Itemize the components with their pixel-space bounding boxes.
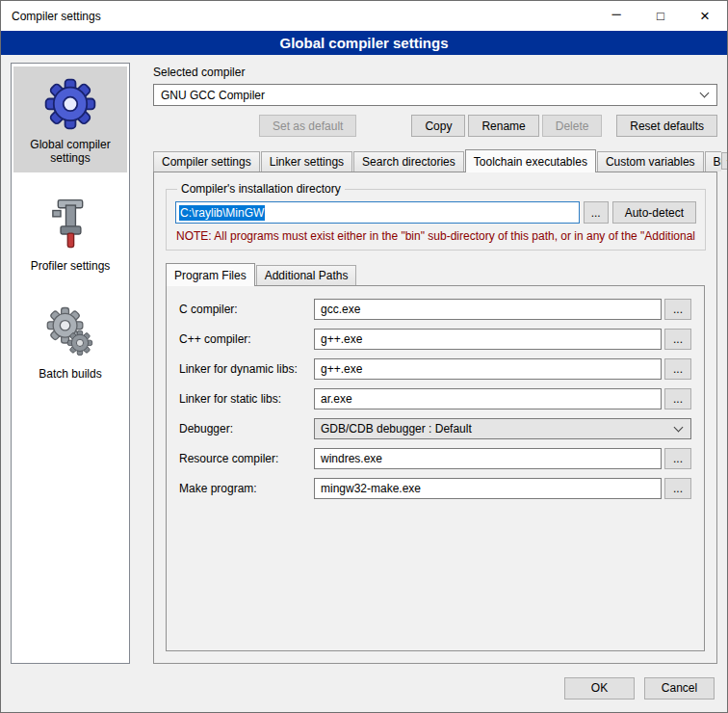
browse-directory-button[interactable]: ... xyxy=(584,201,609,224)
cpp-compiler-label: C++ compiler: xyxy=(179,332,314,346)
form-row-c-compiler: C compiler: gcc.exe ... xyxy=(179,299,691,320)
window-controls: ─ □ × xyxy=(594,1,727,31)
dialog-content: Global compiler settings Profiler settin… xyxy=(1,55,727,670)
installation-directory-label: Compiler's installation directory xyxy=(177,182,345,196)
tab-program-files[interactable]: Program Files xyxy=(166,263,255,286)
c-compiler-browse-button[interactable]: ... xyxy=(664,299,691,320)
debugger-label: Debugger: xyxy=(179,422,314,436)
tab-build-options[interactable]: Build xyxy=(705,151,721,172)
compiler-settings-dialog: Compiler settings ─ □ × Global compiler … xyxy=(0,0,728,713)
resource-compiler-label: Resource compiler: xyxy=(179,452,314,465)
form-row-resource-compiler: Resource compiler: windres.exe ... xyxy=(179,448,691,469)
linker-dynamic-label: Linker for dynamic libs: xyxy=(179,362,314,376)
c-compiler-label: C compiler: xyxy=(179,303,314,316)
installation-directory-input[interactable]: C:\raylib\MinGW xyxy=(175,201,580,224)
form-row-linker-dynamic: Linker for dynamic libs: g++.exe ... xyxy=(179,358,691,380)
form-row-linker-static: Linker for static libs: ar.exe ... xyxy=(179,388,691,409)
cancel-button[interactable]: Cancel xyxy=(644,677,715,700)
minimize-button[interactable]: ─ xyxy=(594,1,638,31)
sidebar-item-label: Profiler settings xyxy=(31,259,111,273)
make-program-label: Make program: xyxy=(179,482,314,495)
program-files-panel: C compiler: gcc.exe ... C++ compiler: g+… xyxy=(166,285,705,651)
tab-additional-paths[interactable]: Additional Paths xyxy=(256,265,357,285)
sidebar-item-global-compiler-settings[interactable]: Global compiler settings xyxy=(13,66,127,172)
debugger-select[interactable]: GDB/CDB debugger : Default xyxy=(314,418,691,439)
make-program-input[interactable]: mingw32-make.exe xyxy=(314,478,662,499)
set-as-default-button[interactable]: Set as default xyxy=(259,115,356,137)
selected-path-text: C:\raylib\MinGW xyxy=(179,205,265,221)
form-row-make-program: Make program: mingw32-make.exe ... xyxy=(179,478,691,499)
tab-custom-variables[interactable]: Custom variables xyxy=(597,151,704,172)
reset-defaults-button[interactable]: Reset defaults xyxy=(616,115,717,137)
sidebar-item-label: Global compiler settings xyxy=(17,138,123,165)
linker-static-browse-button[interactable]: ... xyxy=(664,388,691,409)
tab-compiler-settings[interactable]: Compiler settings xyxy=(153,151,260,172)
settings-tabstrip: Compiler settings Linker settings Search… xyxy=(153,149,717,172)
linker-static-label: Linker for static libs: xyxy=(179,392,314,406)
linker-dynamic-browse-button[interactable]: ... xyxy=(664,358,691,380)
bin-subdirectory-note: NOTE: All programs must exist either in … xyxy=(176,229,695,243)
sidebar-item-batch-builds[interactable]: Batch builds xyxy=(13,296,127,388)
copy-button[interactable]: Copy xyxy=(411,115,465,137)
compiler-actions: Set as default Copy Rename Delete Reset … xyxy=(153,115,717,137)
ok-button[interactable]: OK xyxy=(564,677,635,700)
selected-compiler-label: Selected compiler xyxy=(153,66,717,79)
settings-category-list: Global compiler settings Profiler settin… xyxy=(11,63,130,664)
installation-directory-row: C:\raylib\MinGW ... Auto-detect xyxy=(175,201,696,224)
dialog-footer: OK Cancel xyxy=(1,670,727,712)
make-program-browse-button[interactable]: ... xyxy=(664,478,691,499)
gears-gray-icon xyxy=(42,304,98,360)
main-panel: Selected compiler GNU GCC Compiler Set a… xyxy=(143,63,717,664)
profiler-tool-icon xyxy=(42,197,98,252)
linker-static-input[interactable]: ar.exe xyxy=(314,388,662,409)
debugger-select-value: GDB/CDB debugger : Default xyxy=(321,422,472,436)
rename-button[interactable]: Rename xyxy=(468,115,538,137)
form-row-cpp-compiler: C++ compiler: g++.exe ... xyxy=(179,329,691,350)
auto-detect-button[interactable]: Auto-detect xyxy=(612,201,696,224)
toolchain-executables-panel: Compiler's installation directory C:\ray… xyxy=(153,172,717,664)
cpp-compiler-browse-button[interactable]: ... xyxy=(664,329,691,350)
compiler-select-value: GNU GCC Compiler xyxy=(161,89,265,102)
installation-directory-group: Compiler's installation directory C:\ray… xyxy=(166,182,706,251)
tab-scroll-buttons: ◄ ► xyxy=(721,152,728,170)
c-compiler-input[interactable]: gcc.exe xyxy=(314,299,662,320)
gear-blue-icon xyxy=(42,75,98,131)
cpp-compiler-input[interactable]: g++.exe xyxy=(314,329,662,350)
delete-button[interactable]: Delete xyxy=(542,115,603,137)
program-files-tabstrip: Program Files Additional Paths xyxy=(166,263,705,285)
tab-toolchain-executables[interactable]: Toolchain executables xyxy=(465,149,596,172)
compiler-select[interactable]: GNU GCC Compiler xyxy=(153,84,717,106)
window-title: Compiler settings xyxy=(1,10,101,23)
chevron-down-icon xyxy=(674,422,684,432)
resource-compiler-input[interactable]: windres.exe xyxy=(314,448,662,469)
sidebar-item-label: Batch builds xyxy=(39,367,101,381)
page-title: Global compiler settings xyxy=(1,31,727,55)
tab-linker-settings[interactable]: Linker settings xyxy=(261,151,352,172)
chevron-down-icon xyxy=(700,89,710,98)
tab-search-directories[interactable]: Search directories xyxy=(353,151,464,172)
resource-compiler-browse-button[interactable]: ... xyxy=(664,448,691,469)
linker-dynamic-input[interactable]: g++.exe xyxy=(314,358,662,380)
sidebar-item-profiler-settings[interactable]: Profiler settings xyxy=(13,188,127,280)
tab-scroll-left-icon[interactable]: ◄ xyxy=(721,152,728,170)
form-row-debugger: Debugger: GDB/CDB debugger : Default xyxy=(179,418,691,439)
close-button[interactable]: × xyxy=(683,1,727,31)
maximize-button[interactable]: □ xyxy=(638,1,683,31)
titlebar: Compiler settings ─ □ × xyxy=(1,1,727,31)
